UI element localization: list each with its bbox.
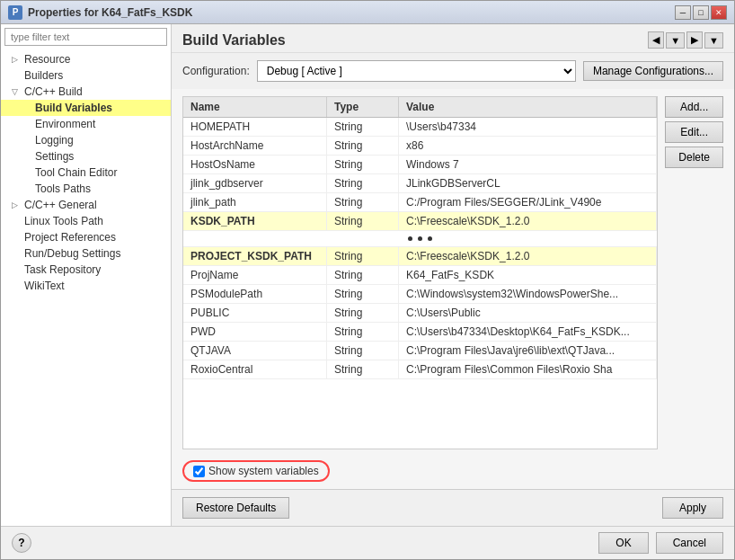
sidebar-item-label: Linux Tools Path [24, 215, 103, 227]
cell-type: String [327, 360, 399, 378]
title-buttons: ─ □ ✕ [675, 5, 727, 20]
manage-configurations-button[interactable]: Manage Configurations... [583, 61, 723, 81]
sidebar-item-resource[interactable]: ▷ Resource [1, 51, 171, 67]
sidebar-item-label: Tool Chain Editor [35, 166, 117, 179]
sidebar-item-cpp-general[interactable]: ▷ C/C++ General [1, 197, 171, 213]
nav-menu-button[interactable]: ▼ [704, 32, 723, 49]
sidebar-item-cpp-build[interactable]: ▽ C/C++ Build [1, 84, 171, 100]
title-bar-left: P Properties for K64_FatFs_KSDK [8, 5, 192, 20]
table-row[interactable]: RoxioCentral String C:\Program Files\Com… [183, 360, 657, 379]
sidebar-item-build-variables[interactable]: Build Variables [1, 100, 171, 116]
cell-value: C:\Windows\system32\WindowsPowerShe... [399, 285, 657, 303]
table-row[interactable]: QTJAVA String C:\Program Files\Java\jre6… [183, 342, 657, 360]
sidebar-item-builders[interactable]: Builders [1, 67, 171, 84]
delete-button[interactable]: Delete [665, 147, 723, 168]
restore-defaults-button[interactable]: Restore Defaults [182, 497, 289, 519]
table-row[interactable]: PSModulePath String C:\Windows\system32\… [183, 285, 657, 304]
close-button[interactable]: ✕ [711, 5, 727, 20]
expand-arrow: ▷ [12, 55, 21, 64]
maximize-button[interactable]: □ [693, 5, 709, 20]
dot [408, 236, 412, 241]
sidebar-item-environment[interactable]: Environment [1, 116, 171, 132]
window-footer-buttons: OK Cancel [598, 532, 723, 554]
table-row[interactable]: HOMEPATH String \Users\b47334 [183, 118, 657, 137]
table-row[interactable]: HostOsName String Windows 7 [183, 156, 657, 174]
sidebar-item-logging[interactable]: Logging [1, 132, 171, 148]
table-row[interactable]: jlink_gdbserver String JLinkGDBServerCL [183, 174, 657, 193]
sidebar-item-project-references[interactable]: Project References [1, 229, 171, 245]
cell-value: C:\Program Files\Common Files\Roxio Sha [399, 360, 657, 378]
help-section: ? [12, 533, 31, 553]
panel-header: Build Variables ◀ ▼ ▶ ▼ [172, 24, 734, 53]
cell-value: \Users\b47334 [399, 118, 657, 136]
dot [418, 236, 422, 241]
cell-value: Windows 7 [399, 156, 657, 173]
cell-name: jlink_path [183, 193, 327, 211]
sidebar: ▷ Resource Builders ▽ C/C++ Build Build … [1, 24, 172, 526]
cell-value: K64_FatFs_KSDK [399, 266, 657, 284]
sidebar-item-linux-tools[interactable]: Linux Tools Path [1, 213, 171, 229]
sidebar-item-label: Run/Debug Settings [24, 247, 120, 260]
sidebar-item-label: C/C++ General [24, 199, 97, 211]
panel-footer: Restore Defaults Apply [172, 489, 734, 526]
show-system-variables-label[interactable]: Show system variables [182, 460, 330, 482]
nav-arrows: ◀ ▼ ▶ ▼ [648, 31, 723, 49]
table-row[interactable]: jlink_path String C:/Program Files/SEGGE… [183, 193, 657, 212]
title-bar: P Properties for K64_FatFs_KSDK ─ □ ✕ [1, 1, 734, 24]
cell-value: C:\Users\Public [399, 304, 657, 322]
sidebar-item-label: WikiText [24, 280, 65, 292]
cell-type: String [327, 193, 399, 211]
sidebar-item-run-debug[interactable]: Run/Debug Settings [1, 245, 171, 262]
table-row-ksdk-path[interactable]: KSDK_PATH String C:\Freescale\KSDK_1.2.0 [183, 212, 657, 231]
table-row[interactable]: PWD String C:\Users\b47334\Desktop\K64_F… [183, 323, 657, 342]
nav-back-button[interactable]: ◀ [648, 31, 664, 49]
add-button[interactable]: Add... [665, 96, 723, 118]
nav-forward-button[interactable]: ▶ [686, 31, 703, 49]
table-row[interactable]: HostArchName String x86 [183, 137, 657, 156]
dots-separator [183, 231, 657, 247]
cell-name: ProjName [183, 266, 327, 284]
sidebar-item-label: Builders [24, 69, 63, 82]
sidebar-item-label: Logging [35, 134, 74, 147]
table-row-project-ksdk-path[interactable]: PROJECT_KSDK_PATH String C:\Freescale\KS… [183, 247, 657, 266]
cell-name: RoxioCentral [183, 360, 327, 378]
variables-table: Name Type Value HOMEPATH String \Users\b… [182, 96, 658, 449]
table-row[interactable]: ProjName String K64_FatFs_KSDK [183, 266, 657, 285]
filter-input[interactable] [4, 28, 167, 46]
cell-value: JLinkGDBServerCL [399, 174, 657, 192]
cell-value: C:/Program Files/SEGGER/JLink_V490e [399, 193, 657, 211]
sidebar-item-tools-paths[interactable]: Tools Paths [1, 181, 171, 197]
edit-button[interactable]: Edit... [665, 121, 723, 143]
config-row: Configuration: Debug [ Active ] Release … [172, 53, 734, 89]
cell-name: HostArchName [183, 137, 327, 155]
properties-window: P Properties for K64_FatFs_KSDK ─ □ ✕ ▷ … [0, 0, 735, 560]
cell-type: String [327, 342, 399, 360]
table-header: Name Type Value [183, 97, 657, 118]
sidebar-item-toolchain-editor[interactable]: Tool Chain Editor [1, 164, 171, 181]
sidebar-item-task-repository[interactable]: Task Repository [1, 262, 171, 278]
sidebar-item-wikitext[interactable]: WikiText [1, 278, 171, 294]
nav-dropdown-button[interactable]: ▼ [666, 32, 685, 49]
cancel-button[interactable]: Cancel [656, 532, 723, 554]
col-value: Value [399, 97, 657, 117]
sidebar-item-settings[interactable]: Settings [1, 148, 171, 164]
config-select[interactable]: Debug [ Active ] Release [257, 60, 576, 82]
window-footer: ? OK Cancel [1, 526, 734, 559]
cell-type: String [327, 212, 399, 230]
cell-type: String [327, 247, 399, 265]
table-row[interactable]: PUBLIC String C:\Users\Public [183, 304, 657, 323]
footer-left: Restore Defaults [182, 497, 289, 519]
ok-button[interactable]: OK [598, 532, 648, 554]
cell-type: String [327, 323, 399, 341]
sidebar-item-label: Settings [35, 150, 74, 163]
cell-type: String [327, 118, 399, 136]
minimize-button[interactable]: ─ [675, 5, 691, 20]
expand-arrow: ▽ [12, 87, 21, 96]
bottom-area: Show system variables [172, 457, 734, 489]
show-system-variables-checkbox[interactable] [193, 466, 205, 477]
apply-button[interactable]: Apply [662, 497, 723, 519]
right-panel: Build Variables ◀ ▼ ▶ ▼ Configuration: D… [172, 24, 734, 526]
cell-name: HOMEPATH [183, 118, 327, 136]
cell-value: C:\Freescale\KSDK_1.2.0 [399, 212, 657, 230]
help-button[interactable]: ? [12, 533, 31, 553]
